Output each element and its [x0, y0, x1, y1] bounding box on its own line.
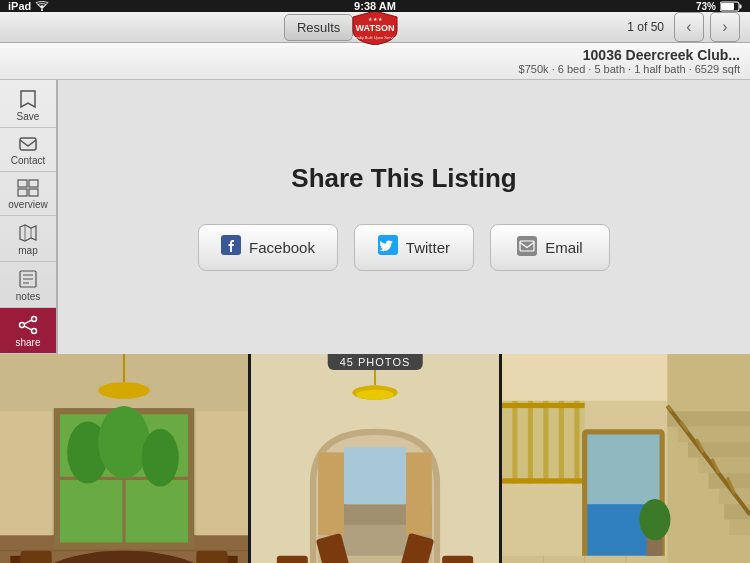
sidebar-item-save[interactable]: Save: [0, 82, 56, 128]
photos-grid: ©2012 NEFMLS, Inc.: [0, 354, 750, 563]
svg-text:WATSON: WATSON: [356, 23, 395, 33]
sidebar-item-map[interactable]: map: [0, 216, 56, 262]
photo-2-image: [251, 354, 499, 563]
photo-1[interactable]: ©2012 NEFMLS, Inc.: [0, 354, 251, 563]
overview-label: overview: [8, 199, 47, 210]
svg-point-0: [41, 9, 43, 11]
svg-point-16: [32, 317, 37, 322]
facebook-share-button[interactable]: Facebook: [198, 224, 338, 271]
sidebar-item-contact[interactable]: Contact: [0, 128, 56, 172]
svg-rect-40: [10, 556, 20, 563]
share-buttons: Facebook Twitter: [198, 224, 610, 271]
svg-point-64: [356, 389, 393, 399]
svg-rect-11: [29, 189, 38, 196]
svg-rect-74: [502, 478, 585, 483]
email-logo: [517, 236, 537, 256]
photo-3-image: [502, 354, 750, 563]
svg-rect-8: [18, 180, 27, 187]
svg-rect-42: [227, 556, 237, 563]
svg-rect-52: [318, 453, 344, 536]
svg-rect-45: [0, 411, 52, 535]
nav-right: 1 of 50 ‹ ›: [627, 12, 740, 42]
facebook-logo: [221, 235, 241, 255]
svg-rect-2: [721, 3, 734, 10]
svg-text:Realty Built Upon Service: Realty Built Upon Service: [352, 35, 398, 40]
photo-3[interactable]: ©2012 NEFMLS, Inc.: [502, 354, 750, 563]
save-icon: [18, 89, 38, 109]
share-icon: [18, 315, 38, 335]
status-time: 9:38 AM: [354, 0, 396, 12]
share-content-area: Share This Listing Facebook: [58, 80, 750, 354]
svg-point-18: [32, 329, 37, 334]
facebook-icon: [221, 235, 241, 260]
notes-label: notes: [16, 291, 40, 302]
photo-2[interactable]: ©2012 NEFMLS, Inc.: [251, 354, 502, 563]
svg-rect-58: [442, 556, 473, 563]
property-bar: 10036 Deercreek Club... $750k · 6 bed · …: [0, 43, 750, 80]
svg-point-37: [142, 429, 179, 487]
page-count: 1 of 50: [627, 20, 664, 34]
svg-point-43: [98, 382, 150, 399]
map-label: map: [18, 245, 37, 256]
svg-rect-46: [196, 411, 248, 535]
svg-line-20: [24, 326, 31, 330]
email-icon: [517, 236, 537, 260]
svg-rect-70: [543, 401, 548, 484]
status-left: iPad: [8, 0, 49, 12]
wifi-icon: [35, 1, 49, 11]
email-share-button[interactable]: Email: [490, 224, 610, 271]
svg-rect-68: [512, 401, 517, 484]
status-right: 73%: [696, 1, 742, 12]
svg-rect-39: [21, 551, 52, 563]
sidebar-item-share[interactable]: share: [0, 308, 56, 354]
status-bar: iPad 9:38 AM 73%: [0, 0, 750, 12]
sidebar-nav: Save Contact overview: [0, 80, 58, 354]
battery-label: 73%: [696, 1, 716, 12]
save-label: Save: [17, 111, 40, 122]
battery-icon: [720, 1, 742, 12]
sidebar-item-notes[interactable]: notes: [0, 262, 56, 308]
twitter-icon: [378, 235, 398, 260]
watson-logo-svg: ★ ★ ★ WATSON Realty Built Upon Service: [349, 9, 401, 45]
property-name: 10036 Deercreek Club...: [10, 47, 740, 63]
svg-rect-10: [18, 189, 27, 196]
twitter-logo: [378, 235, 398, 255]
property-details: $750k · 6 bed · 5 bath · 1 half bath · 6…: [10, 63, 740, 75]
email-label: Email: [545, 239, 583, 256]
svg-line-19: [24, 320, 31, 324]
svg-rect-69: [528, 401, 533, 484]
contact-label: Contact: [11, 155, 45, 166]
svg-rect-41: [196, 551, 227, 563]
svg-rect-51: [344, 447, 406, 504]
share-title: Share This Listing: [291, 163, 516, 194]
svg-rect-57: [277, 556, 308, 563]
twitter-label: Twitter: [406, 239, 450, 256]
svg-rect-73: [502, 403, 585, 408]
sidebar-item-overview[interactable]: overview: [0, 172, 56, 216]
svg-point-102: [639, 499, 670, 540]
photos-badge: 45 PHOTOS: [328, 354, 423, 370]
app-container: iPad 9:38 AM 73% Results: [0, 0, 750, 563]
svg-rect-3: [740, 4, 742, 8]
notes-icon: [18, 269, 38, 289]
twitter-share-button[interactable]: Twitter: [354, 224, 474, 271]
facebook-label: Facebook: [249, 239, 315, 256]
carrier-label: iPad: [8, 0, 31, 12]
map-icon: [18, 223, 38, 243]
contact-icon: [18, 135, 38, 153]
svg-rect-72: [574, 401, 579, 484]
svg-rect-53: [406, 453, 432, 536]
nav-bar: Results ★ ★ ★ WATSON Realty Built Upon S…: [0, 12, 750, 43]
overview-icon: [17, 179, 39, 197]
svg-rect-7: [20, 138, 36, 150]
svg-rect-9: [29, 180, 38, 187]
svg-text:★ ★ ★: ★ ★ ★: [368, 16, 384, 22]
svg-point-36: [98, 406, 150, 478]
next-button[interactable]: ›: [710, 12, 740, 42]
svg-rect-71: [559, 401, 564, 484]
svg-point-17: [20, 323, 25, 328]
prev-button[interactable]: ‹: [674, 12, 704, 42]
results-button[interactable]: Results: [284, 14, 353, 41]
photos-section: 45 PHOTOS: [0, 354, 750, 563]
svg-rect-83: [729, 520, 750, 536]
